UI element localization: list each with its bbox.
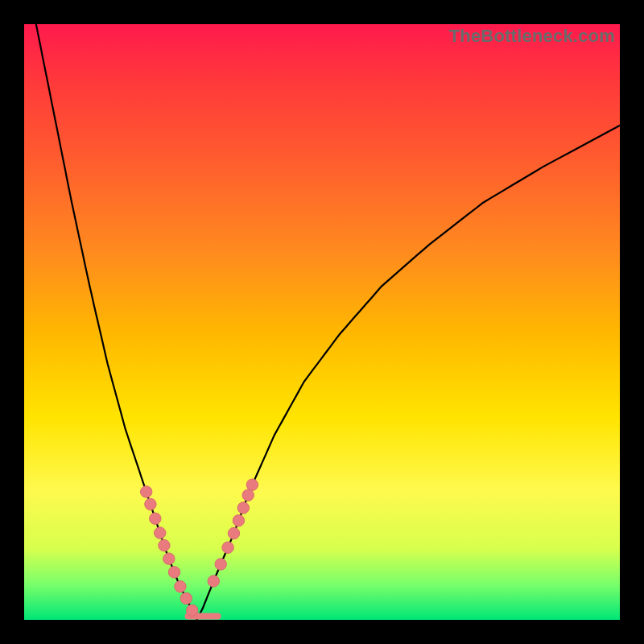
marker-dot: [237, 502, 249, 514]
chart-svg: [24, 24, 620, 620]
marker-dot: [155, 527, 166, 539]
marker-dot: [187, 605, 198, 616]
marker-dot: [145, 498, 156, 510]
marker-dot: [242, 489, 254, 501]
marker-dot: [150, 513, 161, 524]
marker-dot: [222, 542, 233, 553]
curve-left-branch: [36, 24, 197, 620]
marker-dot: [180, 592, 192, 604]
chart-frame: TheBottleneck.com: [0, 0, 644, 644]
marker-dot: [246, 479, 258, 490]
plot-area: TheBottleneck.com: [24, 24, 620, 620]
marker-cluster-left: [141, 486, 198, 617]
marker-dot: [141, 486, 152, 497]
marker-dot: [159, 539, 170, 551]
marker-dot: [233, 515, 244, 526]
marker-dot: [208, 576, 219, 587]
curve-right-branch: [197, 126, 620, 620]
marker-cluster-right: [208, 479, 258, 587]
marker-dot: [163, 553, 175, 564]
marker-dot: [175, 580, 186, 592]
marker-dot: [168, 567, 180, 578]
marker-dot: [215, 559, 226, 570]
marker-dot: [228, 527, 239, 539]
